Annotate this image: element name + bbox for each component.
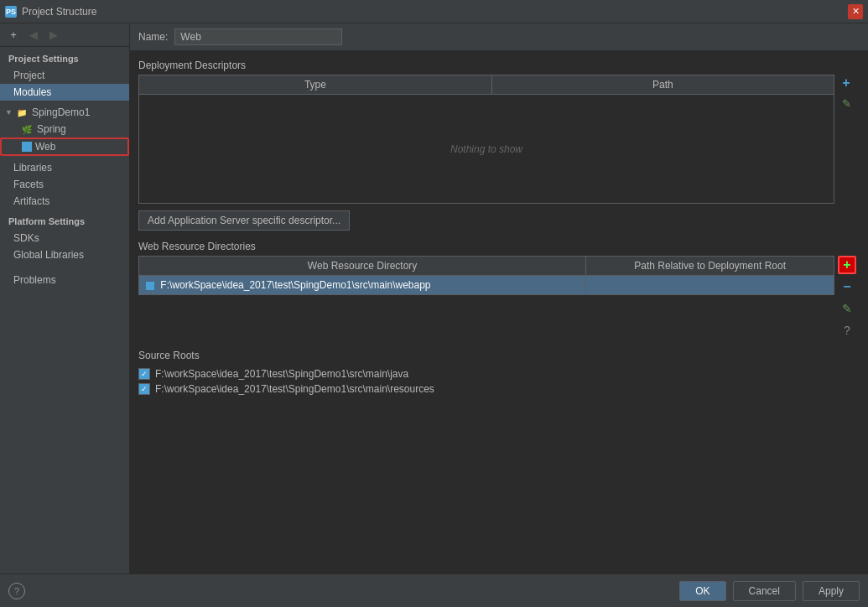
sidebar-item-problems[interactable]: Problems bbox=[0, 272, 129, 288]
sidebar-item-artifacts[interactable]: Artifacts bbox=[0, 193, 129, 210]
back-button[interactable]: ◀ bbox=[25, 27, 42, 44]
deployment-descriptors-section: Deployment Descriptors Type Path bbox=[138, 60, 860, 231]
title-bar: PS Project Structure ✕ bbox=[0, 0, 868, 23]
source-root-path-1: F:\workSpace\idea_2017\test\SpingDemo1\s… bbox=[155, 383, 434, 395]
platform-settings-label: Platform Settings bbox=[0, 210, 129, 230]
folder-icon: 📁 bbox=[15, 106, 29, 119]
window-title: Project Structure bbox=[22, 6, 96, 18]
title-bar-left: PS Project Structure bbox=[5, 6, 96, 18]
dd-side-buttons: + ✎ bbox=[838, 75, 855, 112]
dd-section-label: Deployment Descriptors bbox=[138, 60, 860, 71]
name-label: Name: bbox=[138, 31, 168, 43]
wrd-help-button[interactable]: ? bbox=[838, 321, 856, 340]
tree-item-web[interactable]: Web bbox=[0, 137, 129, 156]
dd-empty-message: Nothing to show bbox=[139, 95, 834, 204]
add-server-button[interactable]: Add Application Server specific descript… bbox=[138, 210, 350, 231]
right-panel-header: Name: bbox=[130, 23, 868, 51]
web-resource-directories-section: Web Resource Directories Web Resource Di… bbox=[138, 241, 860, 340]
apply-button[interactable]: Apply bbox=[803, 581, 860, 601]
dir-icon bbox=[146, 282, 154, 290]
dd-col-type: Type bbox=[139, 75, 492, 95]
wrd-col-path: Path Relative to Deployment Root bbox=[586, 257, 834, 276]
tree-item-spingdemo1[interactable]: ▼ 📁 SpingDemo1 bbox=[0, 104, 129, 121]
tree-item-spring[interactable]: 🌿 Spring bbox=[0, 121, 129, 137]
bottom-left: ? bbox=[8, 583, 25, 599]
sidebar-item-global-libraries[interactable]: Global Libraries bbox=[0, 246, 129, 263]
source-roots-label: Source Roots bbox=[138, 350, 860, 361]
wrd-col-dir: Web Resource Directory bbox=[139, 257, 586, 276]
source-root-path-0: F:\workSpace\idea_2017\test\SpingDemo1\s… bbox=[155, 368, 408, 380]
right-panel-content: Deployment Descriptors Type Path bbox=[130, 51, 868, 573]
dd-container: Type Path Nothing to show bbox=[138, 75, 860, 204]
source-roots-section: Source Roots ✓ F:\workSpace\idea_2017\te… bbox=[138, 350, 860, 395]
bottom-right: OK Cancel Apply bbox=[679, 581, 860, 601]
app-icon: PS bbox=[5, 6, 17, 18]
spring-icon: 🌿 bbox=[20, 122, 34, 136]
cancel-button[interactable]: Cancel bbox=[733, 581, 796, 601]
wrd-side-buttons: + − ✎ ? bbox=[838, 256, 856, 340]
content-area: + ◀ ▶ Project Settings Project Modules bbox=[0, 23, 868, 573]
close-button[interactable]: ✕ bbox=[848, 4, 863, 19]
source-root-item-1: ✓ F:\workSpace\idea_2017\test\SpingDemo1… bbox=[138, 383, 860, 395]
dd-table: Type Path Nothing to show bbox=[138, 75, 834, 204]
sidebar-item-modules[interactable]: Modules bbox=[0, 84, 129, 101]
dd-col-path: Path bbox=[491, 75, 834, 95]
dd-edit-button[interactable]: ✎ bbox=[838, 95, 855, 112]
dd-table-container: Type Path Nothing to show bbox=[138, 75, 834, 204]
ok-button[interactable]: OK bbox=[679, 581, 725, 601]
add-module-button[interactable]: + bbox=[5, 27, 22, 44]
wrd-row[interactable]: F:\workSpace\idea_2017\test\SpingDemo1\s… bbox=[139, 276, 834, 295]
sidebar-item-sdks[interactable]: SDKs bbox=[0, 230, 129, 246]
help-button[interactable]: ? bbox=[8, 583, 25, 599]
wrd-edit-button[interactable]: ✎ bbox=[838, 299, 856, 318]
name-input[interactable] bbox=[174, 29, 342, 45]
sidebar-item-libraries[interactable]: Libraries bbox=[0, 159, 129, 176]
wrd-cell-dir: F:\workSpace\idea_2017\test\SpingDemo1\s… bbox=[139, 276, 586, 295]
bottom-toolbar: ? OK Cancel Apply bbox=[0, 573, 868, 607]
source-root-checkbox-1[interactable]: ✓ bbox=[138, 383, 150, 395]
module-tree: ▼ 📁 SpingDemo1 🌿 Spring Web bbox=[0, 101, 129, 159]
forward-button[interactable]: ▶ bbox=[45, 27, 62, 44]
dd-empty-row: Nothing to show bbox=[139, 95, 834, 204]
wrd-remove-button[interactable]: − bbox=[838, 278, 856, 296]
sidebar-item-project[interactable]: Project bbox=[0, 67, 129, 84]
sidebar: + ◀ ▶ Project Settings Project Modules bbox=[0, 23, 130, 573]
source-root-checkbox-0[interactable]: ✓ bbox=[138, 368, 150, 380]
tree-arrow-icon: ▼ bbox=[5, 108, 13, 117]
wrd-table: Web Resource Directory Path Relative to … bbox=[138, 256, 834, 295]
wrd-section-label: Web Resource Directories bbox=[138, 241, 860, 252]
project-settings-label: Project Settings bbox=[0, 47, 129, 67]
sidebar-item-facets[interactable]: Facets bbox=[0, 176, 129, 193]
dd-add-button[interactable]: + bbox=[838, 75, 855, 91]
right-panel: Name: Deployment Descriptors Type bbox=[130, 23, 868, 573]
wrd-cell-path bbox=[586, 276, 834, 295]
wrd-container: Web Resource Directory Path Relative to … bbox=[138, 256, 860, 340]
web-module-icon bbox=[22, 142, 32, 152]
main-container: + ◀ ▶ Project Settings Project Modules bbox=[0, 23, 868, 607]
wrd-table-container: Web Resource Directory Path Relative to … bbox=[138, 256, 834, 295]
sidebar-toolbar: + ◀ ▶ bbox=[0, 23, 129, 47]
source-root-item-0: ✓ F:\workSpace\idea_2017\test\SpingDemo1… bbox=[138, 368, 860, 380]
wrd-add-button[interactable]: + bbox=[838, 256, 856, 274]
